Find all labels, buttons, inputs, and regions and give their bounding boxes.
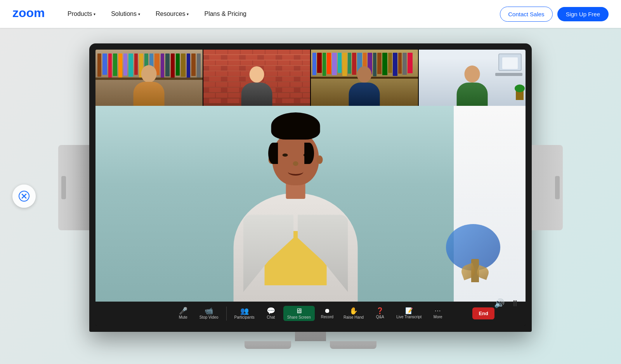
top-participants-row: [95, 50, 526, 106]
participant-4: [419, 50, 526, 106]
pause-button[interactable]: ⏸: [511, 298, 519, 309]
participant-1: [95, 50, 203, 106]
monitor-frame: 🎤 Mute 📹 Stop Video 👥 Participants: [89, 43, 532, 332]
nav-solutions[interactable]: Solutions ▾: [105, 7, 146, 21]
monitor-stand: [245, 332, 376, 349]
media-controls: 🔊 ⏸: [494, 298, 519, 309]
chevron-down-icon: ▾: [94, 12, 95, 16]
microphone-icon: 🎤: [179, 307, 187, 314]
toolbar-mute-button[interactable]: 🎤 Mute: [172, 306, 195, 321]
nav-actions: Contact Sales Sign Up Free: [500, 7, 609, 22]
chevron-down-icon: ▾: [138, 12, 140, 16]
stand-foot-right: [330, 341, 376, 349]
nav-resources[interactable]: Resources ▾: [149, 7, 195, 21]
sign-up-free-button[interactable]: Sign Up Free: [557, 7, 609, 21]
video-grid: [95, 50, 526, 302]
main-content: 🎤 Mute 📹 Stop Video 👥 Participants: [0, 28, 621, 364]
chevron-down-icon: ▾: [187, 12, 189, 16]
nav-products[interactable]: Products ▾: [61, 7, 102, 21]
video-icon: 📹: [205, 307, 213, 314]
monitor-wrapper: 🎤 Mute 📹 Stop Video 👥 Participants: [89, 43, 532, 349]
record-icon: ⏺: [324, 308, 330, 314]
zoom-toolbar: 🎤 Mute 📹 Stop Video 👥 Participants: [95, 302, 526, 326]
transcript-icon: 📝: [405, 308, 413, 314]
stand-base: [245, 341, 376, 349]
volume-icon: 🔊: [494, 298, 505, 308]
zoom-logo[interactable]: zoom: [12, 6, 47, 22]
raise-hand-icon: ✋: [349, 307, 358, 314]
toolbar-share-screen-button[interactable]: 🖥 Share Screen: [283, 306, 315, 321]
stand-foot-left: [245, 341, 291, 349]
toolbar-stop-video-button[interactable]: 📹 Stop Video: [196, 306, 222, 321]
bracket-left: [58, 145, 89, 230]
nav-plans-pricing[interactable]: Plans & Pricing: [198, 7, 253, 21]
contact-sales-button[interactable]: Contact Sales: [500, 7, 552, 22]
toolbar-raise-hand-button[interactable]: ✋ Raise Hand: [340, 306, 368, 321]
qa-icon: ❓: [376, 308, 384, 314]
toolbar-separator-1: [226, 307, 227, 321]
main-speaker-area: [95, 106, 526, 302]
toolbar-participants-button[interactable]: 👥 Participants: [231, 306, 258, 321]
close-icon: [19, 191, 29, 202]
navbar: zoom Products ▾ Solutions ▾ Resources ▾ …: [0, 0, 621, 28]
participants-icon: 👥: [240, 307, 249, 314]
participant-2: [203, 50, 310, 106]
toolbar-chat-button[interactable]: 💬 Chat: [259, 306, 283, 321]
toolbar-record-button[interactable]: ⏺ Record: [316, 306, 339, 321]
stand-neck: [295, 332, 326, 341]
nav-links: Products ▾ Solutions ▾ Resources ▾ Plans…: [61, 7, 500, 21]
toolbar-more-button[interactable]: ··· More: [426, 306, 449, 321]
participant-3: [311, 50, 418, 106]
toolbar-qa-button[interactable]: ❓ Q&A: [368, 306, 392, 321]
svg-text:zoom: zoom: [12, 6, 45, 20]
bracket-arm-right: [555, 176, 560, 199]
share-screen-icon: 🖥: [295, 307, 302, 314]
monitor-screen: 🎤 Mute 📹 Stop Video 👥 Participants: [95, 50, 526, 326]
chat-icon: 💬: [267, 307, 275, 314]
toolbar-live-transcript-button[interactable]: 📝 Live Transcript: [392, 306, 425, 321]
bracket-arm-left: [61, 176, 66, 199]
pause-icon: ⏸: [511, 298, 519, 308]
close-button[interactable]: [12, 185, 36, 208]
more-icon: ···: [435, 308, 441, 314]
bracket-right: [532, 145, 563, 230]
toolbar-group-main: 🎤 Mute 📹 Stop Video 👥 Participants: [172, 306, 449, 321]
end-meeting-button[interactable]: End: [472, 307, 494, 319]
volume-button[interactable]: 🔊: [494, 298, 505, 309]
